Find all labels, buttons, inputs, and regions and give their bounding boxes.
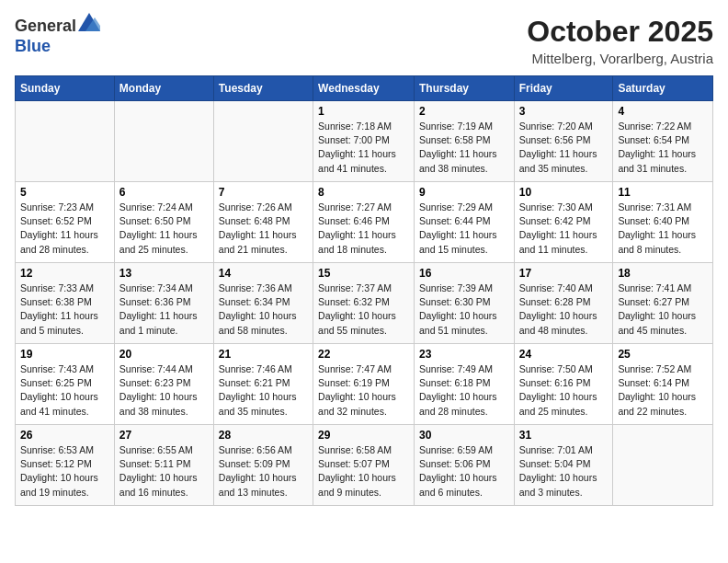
calendar-cell: 10Sunrise: 7:30 AMSunset: 6:42 PMDayligh…: [514, 182, 613, 263]
calendar-week-5: 26Sunrise: 6:53 AMSunset: 5:12 PMDayligh…: [16, 425, 713, 506]
day-info: Sunrise: 7:34 AMSunset: 6:36 PMDaylight:…: [119, 282, 209, 338]
day-number: 14: [219, 267, 308, 280]
weekday-header-friday: Friday: [514, 76, 613, 101]
day-number: 18: [618, 267, 708, 280]
day-number: 19: [20, 348, 109, 361]
calendar-cell: [613, 425, 713, 506]
day-number: 13: [119, 267, 209, 280]
day-number: 27: [119, 429, 209, 442]
weekday-header-thursday: Thursday: [414, 76, 514, 101]
day-info: Sunrise: 6:58 AMSunset: 5:07 PMDaylight:…: [318, 443, 409, 500]
day-info: Sunrise: 7:50 AMSunset: 6:16 PMDaylight:…: [519, 362, 609, 419]
day-number: 4: [618, 105, 708, 118]
title-block: October 2025 Mittelberg, Vorarlberg, Aus…: [527, 15, 713, 66]
calendar-cell: 22Sunrise: 7:47 AMSunset: 6:19 PMDayligh…: [313, 344, 415, 425]
calendar-cell: 23Sunrise: 7:49 AMSunset: 6:18 PMDayligh…: [414, 344, 514, 425]
day-info: Sunrise: 6:59 AMSunset: 5:06 PMDaylight:…: [419, 443, 509, 500]
calendar-week-4: 19Sunrise: 7:43 AMSunset: 6:25 PMDayligh…: [16, 344, 713, 425]
day-number: 1: [318, 105, 409, 118]
calendar-body: 1Sunrise: 7:18 AMSunset: 7:00 PMDaylight…: [16, 101, 713, 506]
day-number: 17: [519, 267, 609, 280]
day-info: Sunrise: 7:40 AMSunset: 6:28 PMDaylight:…: [519, 282, 609, 338]
day-number: 10: [519, 186, 609, 199]
day-info: Sunrise: 7:24 AMSunset: 6:50 PMDaylight:…: [119, 201, 209, 257]
day-number: 3: [519, 105, 609, 118]
calendar-cell: 20Sunrise: 7:44 AMSunset: 6:23 PMDayligh…: [114, 344, 213, 425]
calendar-cell: 14Sunrise: 7:36 AMSunset: 6:34 PMDayligh…: [213, 263, 313, 344]
calendar-week-3: 12Sunrise: 7:33 AMSunset: 6:38 PMDayligh…: [16, 263, 713, 344]
calendar-cell: 13Sunrise: 7:34 AMSunset: 6:36 PMDayligh…: [114, 263, 213, 344]
calendar-cell: 8Sunrise: 7:27 AMSunset: 6:46 PMDaylight…: [313, 182, 415, 263]
logo-icon: [78, 13, 100, 31]
day-info: Sunrise: 6:56 AMSunset: 5:09 PMDaylight:…: [219, 443, 308, 500]
day-info: Sunrise: 7:19 AMSunset: 6:58 PMDaylight:…: [419, 120, 509, 176]
calendar-cell: 18Sunrise: 7:41 AMSunset: 6:27 PMDayligh…: [613, 263, 713, 344]
calendar-cell: 21Sunrise: 7:46 AMSunset: 6:21 PMDayligh…: [213, 344, 313, 425]
weekday-header-sunday: Sunday: [16, 76, 115, 101]
day-info: Sunrise: 7:30 AMSunset: 6:42 PMDaylight:…: [519, 201, 609, 257]
calendar-cell: 1Sunrise: 7:18 AMSunset: 7:00 PMDaylight…: [313, 101, 415, 182]
day-number: 11: [618, 186, 708, 199]
calendar-cell: 25Sunrise: 7:52 AMSunset: 6:14 PMDayligh…: [613, 344, 713, 425]
day-info: Sunrise: 7:26 AMSunset: 6:48 PMDaylight:…: [219, 201, 308, 257]
calendar-cell: 19Sunrise: 7:43 AMSunset: 6:25 PMDayligh…: [16, 344, 115, 425]
day-info: Sunrise: 7:23 AMSunset: 6:52 PMDaylight:…: [20, 201, 109, 257]
weekday-header-monday: Monday: [114, 76, 213, 101]
logo-general: General: [15, 17, 76, 35]
day-number: 31: [519, 429, 609, 442]
logo-blue: Blue: [15, 37, 51, 55]
day-info: Sunrise: 7:01 AMSunset: 5:04 PMDaylight:…: [519, 443, 609, 500]
calendar-cell: 28Sunrise: 6:56 AMSunset: 5:09 PMDayligh…: [213, 425, 313, 506]
calendar-cell: [114, 101, 213, 182]
calendar-cell: 5Sunrise: 7:23 AMSunset: 6:52 PMDaylight…: [16, 182, 115, 263]
month-title: October 2025: [527, 15, 713, 49]
calendar-cell: 12Sunrise: 7:33 AMSunset: 6:38 PMDayligh…: [16, 263, 115, 344]
day-number: 12: [20, 267, 109, 280]
day-info: Sunrise: 7:31 AMSunset: 6:40 PMDaylight:…: [618, 201, 708, 257]
calendar-week-2: 5Sunrise: 7:23 AMSunset: 6:52 PMDaylight…: [16, 182, 713, 263]
weekday-header-tuesday: Tuesday: [213, 76, 313, 101]
day-number: 26: [20, 429, 109, 442]
calendar-cell: 24Sunrise: 7:50 AMSunset: 6:16 PMDayligh…: [514, 344, 613, 425]
logo: General Blue: [15, 15, 100, 56]
calendar-cell: 6Sunrise: 7:24 AMSunset: 6:50 PMDaylight…: [114, 182, 213, 263]
day-info: Sunrise: 6:55 AMSunset: 5:11 PMDaylight:…: [119, 443, 209, 500]
day-number: 7: [219, 186, 308, 199]
day-info: Sunrise: 7:46 AMSunset: 6:21 PMDaylight:…: [219, 362, 308, 419]
day-info: Sunrise: 7:52 AMSunset: 6:14 PMDaylight:…: [618, 362, 708, 419]
weekday-header-row: SundayMondayTuesdayWednesdayThursdayFrid…: [16, 76, 713, 101]
day-number: 28: [219, 429, 308, 442]
day-number: 22: [318, 348, 409, 361]
weekday-header-wednesday: Wednesday: [313, 76, 415, 101]
calendar-week-1: 1Sunrise: 7:18 AMSunset: 7:00 PMDaylight…: [16, 101, 713, 182]
page-header: General Blue October 2025 Mittelberg, Vo…: [15, 15, 713, 66]
day-info: Sunrise: 7:18 AMSunset: 7:00 PMDaylight:…: [318, 120, 409, 176]
calendar-cell: 17Sunrise: 7:40 AMSunset: 6:28 PMDayligh…: [514, 263, 613, 344]
day-info: Sunrise: 7:43 AMSunset: 6:25 PMDaylight:…: [20, 362, 109, 419]
day-number: 5: [20, 186, 109, 199]
day-number: 29: [318, 429, 409, 442]
calendar-cell: 16Sunrise: 7:39 AMSunset: 6:30 PMDayligh…: [414, 263, 514, 344]
calendar-table: SundayMondayTuesdayWednesdayThursdayFrid…: [15, 75, 713, 506]
day-number: 2: [419, 105, 509, 118]
day-number: 25: [618, 348, 708, 361]
calendar-cell: [16, 101, 115, 182]
calendar-cell: 31Sunrise: 7:01 AMSunset: 5:04 PMDayligh…: [514, 425, 613, 506]
calendar-cell: 30Sunrise: 6:59 AMSunset: 5:06 PMDayligh…: [414, 425, 514, 506]
calendar-cell: 29Sunrise: 6:58 AMSunset: 5:07 PMDayligh…: [313, 425, 415, 506]
day-info: Sunrise: 7:33 AMSunset: 6:38 PMDaylight:…: [20, 282, 109, 338]
day-info: Sunrise: 7:29 AMSunset: 6:44 PMDaylight:…: [419, 201, 509, 257]
day-number: 9: [419, 186, 509, 199]
day-number: 6: [119, 186, 209, 199]
day-number: 24: [519, 348, 609, 361]
day-number: 8: [318, 186, 409, 199]
day-number: 21: [219, 348, 308, 361]
location: Mittelberg, Vorarlberg, Austria: [527, 51, 713, 66]
day-info: Sunrise: 7:37 AMSunset: 6:32 PMDaylight:…: [318, 282, 409, 338]
day-info: Sunrise: 7:36 AMSunset: 6:34 PMDaylight:…: [219, 282, 308, 338]
calendar-cell: 27Sunrise: 6:55 AMSunset: 5:11 PMDayligh…: [114, 425, 213, 506]
day-number: 30: [419, 429, 509, 442]
day-info: Sunrise: 7:39 AMSunset: 6:30 PMDaylight:…: [419, 282, 509, 338]
day-info: Sunrise: 7:44 AMSunset: 6:23 PMDaylight:…: [119, 362, 209, 419]
day-info: Sunrise: 7:41 AMSunset: 6:27 PMDaylight:…: [618, 282, 708, 338]
